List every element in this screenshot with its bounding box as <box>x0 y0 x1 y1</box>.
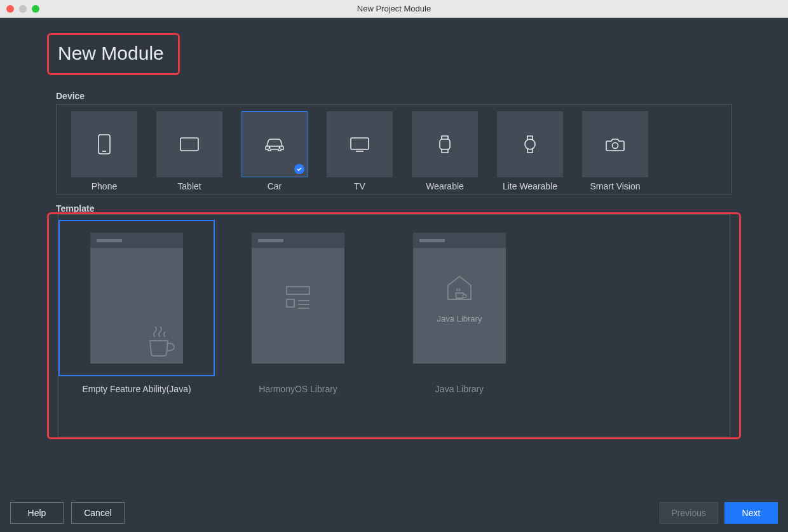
selected-badge-icon <box>294 164 304 174</box>
template-thumb <box>252 233 344 364</box>
titlebar: New Project Module <box>0 0 788 18</box>
device-label: Smart Vision <box>590 181 640 191</box>
device-label: Lite Wearable <box>503 181 557 191</box>
template-panel: Empty Feature Ability(Java) <box>58 214 730 437</box>
svg-point-8 <box>525 139 535 149</box>
library-icon <box>444 274 475 302</box>
svg-point-4 <box>279 147 280 148</box>
device-item-smart-vision: Smart Vision <box>581 111 649 191</box>
window-controls <box>6 5 39 13</box>
template-item-java-library: Java Library Java Library <box>381 220 538 437</box>
template-label: Java Library <box>435 384 484 394</box>
template-highlight: Empty Feature Ability(Java) <box>47 212 741 439</box>
tv-icon <box>350 137 370 152</box>
device-tile-lite-wearable[interactable] <box>497 111 563 177</box>
device-label: Tablet <box>177 181 201 191</box>
heading-highlight: New Module <box>47 33 180 75</box>
device-label: Car <box>268 181 282 191</box>
device-item-tablet: Tablet <box>156 111 223 191</box>
cancel-button[interactable]: Cancel <box>71 502 125 524</box>
device-item-tv: TV <box>326 111 393 191</box>
section-label-device: Device <box>56 91 85 101</box>
template-item-harmonyos-library: HarmonyOS Library <box>220 220 376 437</box>
template-item-empty-feature: Empty Feature Ability(Java) <box>58 220 215 437</box>
help-button[interactable]: Help <box>10 502 64 524</box>
lite-wearable-icon <box>523 135 537 154</box>
device-tile-phone[interactable] <box>71 111 137 177</box>
template-card-empty-feature[interactable] <box>58 220 215 376</box>
dialog-footer: Help Cancel Previous Next <box>0 494 788 532</box>
template-inner-text: Java Library <box>413 314 506 324</box>
template-label: Empty Feature Ability(Java) <box>82 384 191 394</box>
device-label: Phone <box>92 181 117 191</box>
minimize-window-icon[interactable] <box>19 5 27 13</box>
device-tile-smart-vision[interactable] <box>582 111 648 177</box>
dialog-content: New Module Device Phone Tablet Car <box>0 18 788 494</box>
device-tile-car[interactable] <box>241 111 308 177</box>
device-item-lite-wearable: Lite Wearable <box>496 111 564 191</box>
device-tile-wearable[interactable] <box>412 111 478 177</box>
svg-rect-2 <box>180 138 198 151</box>
template-card-harmonyos-library[interactable] <box>220 220 376 376</box>
template-thumb: Java Library <box>413 233 506 364</box>
template-thumb <box>90 233 183 364</box>
device-item-wearable: Wearable <box>411 111 479 191</box>
template-card-java-library[interactable]: Java Library <box>381 220 538 376</box>
svg-rect-10 <box>287 287 309 294</box>
coffee-icon <box>144 324 178 358</box>
svg-rect-11 <box>287 299 294 307</box>
device-tile-tablet[interactable] <box>156 111 222 177</box>
device-panel: Phone Tablet Car TV <box>56 104 732 194</box>
window-title: New Project Module <box>357 4 431 13</box>
wearable-icon <box>438 135 452 154</box>
list-icon <box>283 285 313 311</box>
device-tile-tv[interactable] <box>327 111 393 177</box>
svg-point-9 <box>613 143 618 149</box>
tablet-icon <box>180 137 199 151</box>
maximize-window-icon[interactable] <box>32 5 39 13</box>
page-title: New Module <box>58 43 164 64</box>
device-label: TV <box>354 181 365 191</box>
svg-rect-7 <box>440 139 450 149</box>
svg-rect-5 <box>351 138 369 149</box>
camera-icon <box>606 137 625 152</box>
device-item-car: Car <box>241 111 308 191</box>
close-window-icon[interactable] <box>6 5 14 13</box>
svg-point-3 <box>269 147 270 148</box>
car-icon <box>264 137 285 152</box>
device-item-phone: Phone <box>71 111 138 191</box>
previous-button: Previous <box>660 502 718 524</box>
next-button[interactable]: Next <box>724 502 778 524</box>
device-label: Wearable <box>426 181 464 191</box>
template-label: HarmonyOS Library <box>259 384 337 394</box>
phone-icon <box>98 134 111 154</box>
